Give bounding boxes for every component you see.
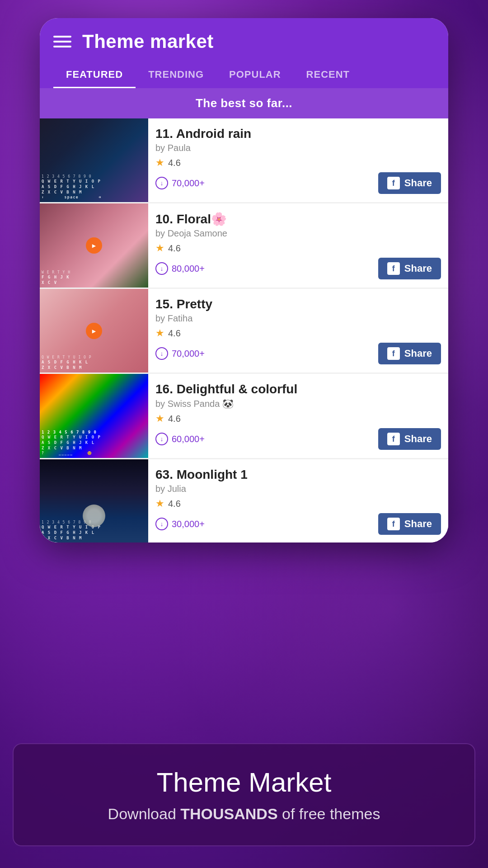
theme-footer: ↓ 70,000+ f Share: [155, 343, 441, 364]
theme-name: 10. Floral🌸: [155, 212, 441, 226]
theme-info: 16. Delightful & colorful by Swiss Panda…: [148, 374, 448, 458]
theme-name: 15. Pretty: [155, 297, 441, 311]
star-icon: ★: [155, 327, 164, 339]
theme-rating: ★ 4.6: [155, 242, 441, 254]
tab-featured[interactable]: FEATURED: [53, 63, 136, 88]
theme-rating: ★ 4.6: [155, 157, 441, 169]
promo-title: Theme Market: [32, 767, 456, 798]
kb-numbers-row: 1 2 3 4 5 6 7 8 9 0: [42, 175, 146, 179]
rating-value: 4.6: [168, 243, 181, 254]
theme-thumbnail[interactable]: 1 2 3 4 5 6 7 8 9 0 Q W E R T Y U I O P …: [40, 459, 148, 542]
theme-rating: ★ 4.6: [155, 413, 441, 425]
star-icon: ★: [155, 498, 164, 509]
rating-value: 4.6: [168, 328, 181, 339]
theme-info: 63. Moonlight 1 by Julia ★ 4.6 ↓ 30,000+: [148, 459, 448, 542]
theme-name: 63. Moonlight 1: [155, 467, 441, 482]
tab-recent[interactable]: RECENT: [294, 63, 362, 88]
list-item: Q W E R T Y U I O P A S D F G H K L Z X …: [40, 289, 448, 373]
theme-author: by Paula: [155, 143, 441, 153]
facebook-icon: f: [387, 518, 400, 530]
header-top: Theme market: [53, 31, 435, 52]
theme-footer: ↓ 80,000+ f Share: [155, 258, 441, 279]
download-count: ↓ 80,000+: [155, 262, 205, 275]
star-icon: ★: [155, 413, 164, 425]
list-item: W E R T Y H F G H J K X C V ▶ 10. Floral…: [40, 203, 448, 288]
menu-icon[interactable]: [53, 36, 71, 47]
header: Theme market FEATURED TRENDING POPULAR R…: [40, 18, 448, 88]
tab-bar: FEATURED TRENDING POPULAR RECENT: [53, 63, 435, 88]
theme-footer: ↓ 30,000+ f Share: [155, 513, 441, 535]
share-button[interactable]: f Share: [378, 513, 441, 535]
tab-popular[interactable]: POPULAR: [216, 63, 294, 88]
page-title: Theme market: [82, 31, 214, 52]
theme-name: 11. Android rain: [155, 127, 441, 141]
share-button[interactable]: f Share: [378, 172, 441, 194]
share-button[interactable]: f Share: [378, 343, 441, 364]
facebook-icon: f: [387, 262, 400, 275]
share-button[interactable]: f Share: [378, 258, 441, 279]
theme-author: by Fatiha: [155, 313, 441, 324]
download-count: ↓ 60,000+: [155, 433, 205, 445]
download-icon: ↓: [155, 347, 168, 360]
download-icon: ↓: [155, 262, 168, 275]
kb-numbers-row: W E R T Y H: [42, 270, 146, 274]
star-icon: ★: [155, 242, 164, 254]
theme-name: 16. Delightful & colorful: [155, 382, 441, 396]
download-icon: ↓: [155, 177, 168, 189]
rating-value: 4.6: [168, 158, 181, 168]
theme-footer: ↓ 70,000+ f Share: [155, 172, 441, 194]
download-count: ↓ 70,000+: [155, 177, 205, 189]
theme-author: by Deoja Samone: [155, 228, 441, 239]
section-label: The best so far...: [196, 96, 292, 110]
theme-thumbnail[interactable]: W E R T Y H F G H J K X C V ▶: [40, 203, 148, 288]
facebook-icon: f: [387, 433, 400, 445]
list-item: 1 2 3 4 5 6 7 8 9 0 Q W E R T Y U I O P …: [40, 118, 448, 202]
rating-value: 4.6: [168, 414, 181, 424]
theme-info: 11. Android rain by Paula ★ 4.6 ↓ 70,000…: [148, 118, 448, 202]
play-icon[interactable]: ▶: [86, 237, 102, 254]
download-icon: ↓: [155, 518, 168, 530]
download-icon: ↓: [155, 433, 168, 445]
theme-info: 15. Pretty by Fatiha ★ 4.6 ↓ 70,000+: [148, 289, 448, 373]
promo-subtitle: Download THOUSANDS of free themes: [32, 805, 456, 823]
section-header: The best so far...: [40, 88, 448, 118]
facebook-icon: f: [387, 347, 400, 360]
theme-list: 1 2 3 4 5 6 7 8 9 0 Q W E R T Y U I O P …: [40, 118, 448, 542]
theme-rating: ★ 4.6: [155, 327, 441, 339]
theme-author: by Swiss Panda 🐼: [155, 398, 441, 409]
theme-footer: ↓ 60,000+ f Share: [155, 428, 441, 450]
list-item: 1 2 3 4 5 6 7 8 9 0 Q W E R T Y U I O P …: [40, 459, 448, 542]
play-icon[interactable]: ▶: [86, 323, 102, 339]
list-item: 1 2 3 4 5 6 7 8 9 0 Q W E R T Y U I O P …: [40, 374, 448, 458]
theme-thumbnail[interactable]: Q W E R T Y U I O P A S D F G H K L Z X …: [40, 289, 148, 373]
download-count: ↓ 70,000+: [155, 347, 205, 360]
theme-info: 10. Floral🌸 by Deoja Samone ★ 4.6 ↓ 80,0…: [148, 203, 448, 288]
promo-box: Theme Market Download THOUSANDS of free …: [13, 743, 475, 846]
theme-thumbnail[interactable]: 1 2 3 4 5 6 7 8 9 0 Q W E R T Y U I O P …: [40, 118, 148, 202]
star-icon: ★: [155, 157, 164, 169]
rating-value: 4.6: [168, 499, 181, 509]
phone-frame: Theme market FEATURED TRENDING POPULAR R…: [40, 18, 448, 542]
facebook-icon: f: [387, 177, 400, 189]
tab-trending[interactable]: TRENDING: [136, 63, 216, 88]
kb-numbers-row: 1 2 3 4 5 6 7 8 9 0: [42, 430, 146, 434]
theme-thumbnail[interactable]: 1 2 3 4 5 6 7 8 9 0 Q W E R T Y U I O P …: [40, 374, 148, 458]
theme-rating: ★ 4.6: [155, 498, 441, 509]
download-count: ↓ 30,000+: [155, 518, 205, 530]
share-button[interactable]: f Share: [378, 428, 441, 450]
theme-author: by Julia: [155, 484, 441, 494]
kb-numbers-row: Q W E R T Y U I O P: [42, 355, 146, 359]
